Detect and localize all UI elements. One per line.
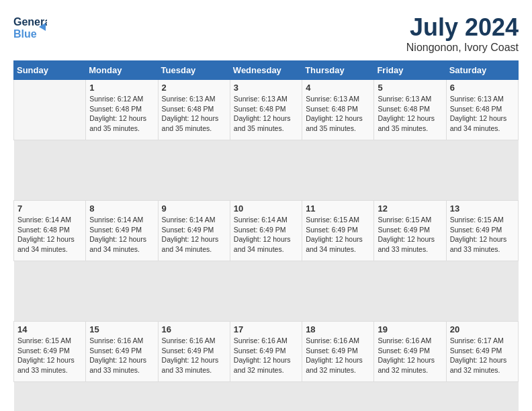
day-number: 3	[234, 83, 298, 93]
day-info: Sunrise: 6:16 AM Sunset: 6:49 PM Dayligh…	[162, 336, 226, 375]
calendar-table: SundayMondayTuesdayWednesdayThursdayFrid…	[13, 60, 519, 411]
day-info: Sunrise: 6:14 AM Sunset: 6:48 PM Dayligh…	[17, 215, 82, 255]
week-row-1: 1Sunrise: 6:12 AM Sunset: 6:48 PM Daylig…	[14, 80, 519, 140]
calendar-cell: 6Sunrise: 6:13 AM Sunset: 6:48 PM Daylig…	[446, 80, 518, 140]
calendar-cell: 4Sunrise: 6:13 AM Sunset: 6:48 PM Daylig…	[302, 80, 374, 140]
week-row-3: 14Sunrise: 6:15 AM Sunset: 6:49 PM Dayli…	[14, 322, 519, 382]
header-sunday: Sunday	[14, 61, 86, 80]
day-number: 1	[89, 83, 154, 93]
header-monday: Monday	[86, 61, 158, 80]
page-header: GeneralBlue July 2024 Niongonon, Ivory C…	[13, 13, 519, 54]
header-thursday: Thursday	[302, 61, 374, 80]
calendar-cell: 8Sunrise: 6:14 AM Sunset: 6:49 PM Daylig…	[86, 201, 158, 261]
day-number: 7	[17, 203, 82, 214]
day-info: Sunrise: 6:16 AM Sunset: 6:49 PM Dayligh…	[89, 336, 154, 375]
month-title: July 2024	[406, 13, 519, 42]
day-number: 5	[378, 83, 442, 93]
calendar-cell: 12Sunrise: 6:15 AM Sunset: 6:49 PM Dayli…	[374, 201, 446, 261]
day-number: 15	[89, 324, 154, 334]
calendar-cell: 11Sunrise: 6:15 AM Sunset: 6:49 PM Dayli…	[302, 201, 374, 261]
day-number: 12	[378, 203, 442, 214]
day-number: 14	[17, 324, 82, 334]
header-friday: Friday	[374, 61, 446, 80]
day-info: Sunrise: 6:15 AM Sunset: 6:49 PM Dayligh…	[306, 215, 370, 255]
day-info: Sunrise: 6:13 AM Sunset: 6:48 PM Dayligh…	[450, 94, 515, 134]
day-number: 6	[450, 83, 515, 93]
day-info: Sunrise: 6:13 AM Sunset: 6:48 PM Dayligh…	[306, 94, 370, 134]
day-number: 20	[450, 324, 515, 334]
calendar-cell: 9Sunrise: 6:14 AM Sunset: 6:49 PM Daylig…	[158, 201, 230, 261]
calendar-cell: 2Sunrise: 6:13 AM Sunset: 6:48 PM Daylig…	[158, 80, 230, 140]
day-number: 17	[234, 324, 298, 334]
day-info: Sunrise: 6:13 AM Sunset: 6:48 PM Dayligh…	[378, 94, 442, 134]
day-number: 11	[306, 203, 370, 214]
calendar-cell: 17Sunrise: 6:16 AM Sunset: 6:49 PM Dayli…	[230, 322, 302, 382]
day-number: 8	[89, 203, 154, 214]
calendar-cell: 18Sunrise: 6:16 AM Sunset: 6:49 PM Dayli…	[302, 322, 374, 382]
day-info: Sunrise: 6:13 AM Sunset: 6:48 PM Dayligh…	[234, 94, 298, 134]
day-info: Sunrise: 6:17 AM Sunset: 6:49 PM Dayligh…	[450, 336, 515, 375]
day-info: Sunrise: 6:15 AM Sunset: 6:49 PM Dayligh…	[378, 215, 442, 255]
calendar-cell: 10Sunrise: 6:14 AM Sunset: 6:49 PM Dayli…	[230, 201, 302, 261]
day-number: 13	[450, 203, 515, 214]
header-wednesday: Wednesday	[230, 61, 302, 80]
svg-text:Blue: Blue	[13, 28, 37, 40]
day-info: Sunrise: 6:14 AM Sunset: 6:49 PM Dayligh…	[89, 215, 154, 255]
calendar-cell	[14, 80, 86, 140]
week-row-2: 7Sunrise: 6:14 AM Sunset: 6:48 PM Daylig…	[14, 201, 519, 261]
title-section: July 2024 Niongonon, Ivory Coast	[406, 13, 519, 54]
day-info: Sunrise: 6:15 AM Sunset: 6:49 PM Dayligh…	[450, 215, 515, 255]
row-separator	[14, 140, 519, 201]
calendar-cell: 3Sunrise: 6:13 AM Sunset: 6:48 PM Daylig…	[230, 80, 302, 140]
row-separator	[14, 382, 519, 412]
day-info: Sunrise: 6:16 AM Sunset: 6:49 PM Dayligh…	[234, 336, 298, 375]
day-info: Sunrise: 6:12 AM Sunset: 6:48 PM Dayligh…	[89, 94, 154, 134]
day-info: Sunrise: 6:15 AM Sunset: 6:49 PM Dayligh…	[17, 336, 82, 375]
day-number: 18	[306, 324, 370, 334]
day-number: 9	[162, 203, 226, 214]
day-info: Sunrise: 6:13 AM Sunset: 6:48 PM Dayligh…	[162, 94, 226, 134]
logo-svg: GeneralBlue	[13, 13, 47, 44]
calendar-cell: 15Sunrise: 6:16 AM Sunset: 6:49 PM Dayli…	[86, 322, 158, 382]
day-number: 10	[234, 203, 298, 214]
calendar-cell: 19Sunrise: 6:16 AM Sunset: 6:49 PM Dayli…	[374, 322, 446, 382]
day-number: 2	[162, 83, 226, 93]
day-number: 16	[162, 324, 226, 334]
day-info: Sunrise: 6:16 AM Sunset: 6:49 PM Dayligh…	[378, 336, 442, 375]
day-info: Sunrise: 6:14 AM Sunset: 6:49 PM Dayligh…	[162, 215, 226, 255]
day-number: 4	[306, 83, 370, 93]
calendar-cell: 20Sunrise: 6:17 AM Sunset: 6:49 PM Dayli…	[446, 322, 518, 382]
logo: GeneralBlue	[13, 13, 47, 44]
day-number: 19	[378, 324, 442, 334]
calendar-cell: 7Sunrise: 6:14 AM Sunset: 6:48 PM Daylig…	[14, 201, 86, 261]
day-info: Sunrise: 6:16 AM Sunset: 6:49 PM Dayligh…	[306, 336, 370, 375]
calendar-cell: 13Sunrise: 6:15 AM Sunset: 6:49 PM Dayli…	[446, 201, 518, 261]
calendar-cell: 5Sunrise: 6:13 AM Sunset: 6:48 PM Daylig…	[374, 80, 446, 140]
calendar-cell: 14Sunrise: 6:15 AM Sunset: 6:49 PM Dayli…	[14, 322, 86, 382]
day-info: Sunrise: 6:14 AM Sunset: 6:49 PM Dayligh…	[234, 215, 298, 255]
header-row: SundayMondayTuesdayWednesdayThursdayFrid…	[14, 61, 519, 80]
calendar-cell: 1Sunrise: 6:12 AM Sunset: 6:48 PM Daylig…	[86, 80, 158, 140]
location: Niongonon, Ivory Coast	[406, 42, 519, 54]
header-saturday: Saturday	[446, 61, 518, 80]
row-separator	[14, 261, 519, 322]
header-tuesday: Tuesday	[158, 61, 230, 80]
calendar-cell: 16Sunrise: 6:16 AM Sunset: 6:49 PM Dayli…	[158, 322, 230, 382]
